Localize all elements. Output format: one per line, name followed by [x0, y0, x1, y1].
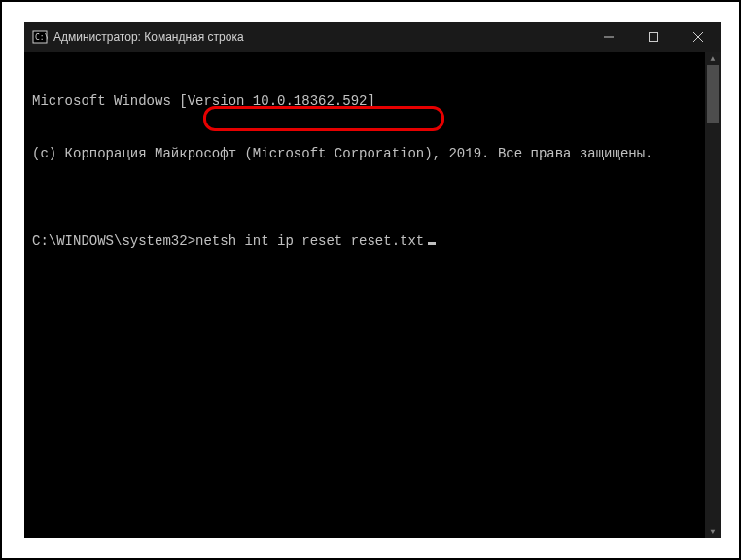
- terminal-line: (c) Корпорация Майкрософт (Microsoft Cor…: [32, 145, 713, 162]
- scrollbar-thumb[interactable]: [707, 65, 719, 123]
- titlebar[interactable]: C:\ Администратор: Командная строка: [24, 22, 721, 52]
- cursor: [428, 242, 436, 245]
- scroll-down-icon[interactable]: ▼: [705, 524, 721, 538]
- screenshot-border: C:\ Администратор: Командная строка Micr…: [0, 0, 741, 560]
- maximize-button[interactable]: [631, 22, 676, 52]
- command-prompt-window: C:\ Администратор: Командная строка Micr…: [24, 22, 721, 538]
- scrollbar[interactable]: ▲ ▼: [705, 52, 721, 538]
- terminal-command-line: C:\WINDOWS\system32>netsh int ip reset r…: [32, 232, 713, 250]
- close-button[interactable]: [676, 22, 721, 52]
- terminal-body[interactable]: Microsoft Windows [Version 10.0.18362.59…: [24, 52, 721, 538]
- terminal-line: Microsoft Windows [Version 10.0.18362.59…: [32, 92, 713, 110]
- scroll-up-icon[interactable]: ▲: [705, 52, 721, 65]
- minimize-button[interactable]: [586, 22, 631, 52]
- prompt-text: C:\WINDOWS\system32>: [32, 233, 195, 249]
- svg-rect-3: [650, 33, 658, 42]
- window-controls: [586, 22, 721, 52]
- svg-text:C:\: C:\: [35, 33, 48, 42]
- titlebar-text: Администратор: Командная строка: [53, 30, 586, 44]
- cmd-icon: C:\: [32, 29, 48, 45]
- command-text: netsh int ip reset reset.txt: [195, 233, 424, 249]
